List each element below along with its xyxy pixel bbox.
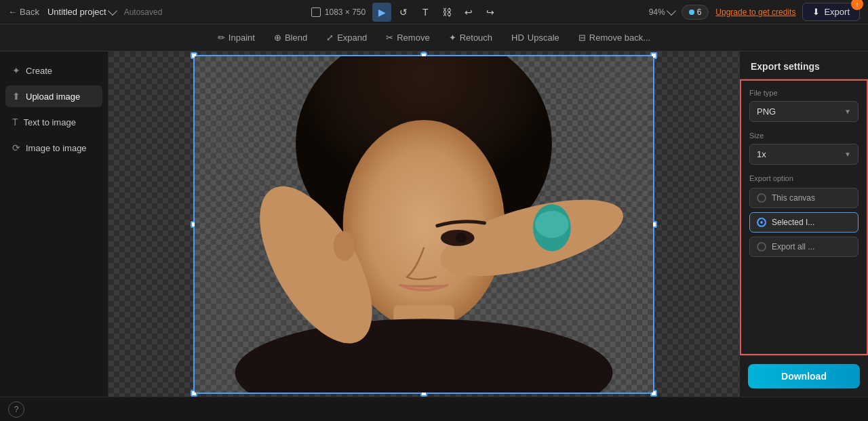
undo-button[interactable]: ↩ [459,3,478,22]
zoom-value: 94% [649,7,665,17]
export-all-option[interactable]: Export all ... [749,237,859,257]
project-name[interactable]: Untitled project [47,7,116,17]
export-arrow-indicator: ↑ [851,0,863,10]
topbar-tools: ▶ ↺ T ⛓ ↩ ↪ [372,3,500,22]
help-button[interactable]: ? [8,401,24,418]
sidebar-img2img-label: Image to image [26,143,87,153]
play-tool-button[interactable]: ▶ [372,3,391,22]
sidebar-item-upload-image[interactable]: ⬆ Upload image [5,85,102,107]
size-label: Size [749,132,859,140]
this-canvas-option[interactable]: This canvas [749,188,859,208]
toolbar: ✏ Inpaint ⊕ Blend ⤢ Expand ✂ Remove ✦ Re… [0,24,868,52]
topbar-left: ← Back Untitled project Autosaved [8,7,162,17]
selected-label: Selected I... [772,218,814,227]
file-type-label: File type [749,89,859,97]
blend-icon: ⊕ [274,33,281,43]
main-area: ✦ Create ⬆ Upload image T Text to image … [0,52,868,397]
sidebar-create[interactable]: ✦ Create [5,60,102,81]
file-type-chevron: ▼ [844,108,851,115]
svg-point-15 [334,230,355,260]
sidebar-create-label: Create [26,66,52,76]
image-icon: ⟳ [12,142,20,153]
svg-point-12 [535,211,569,238]
upgrade-button[interactable]: Upgrade to get credits [715,7,795,17]
export-option-label: Export option [749,174,859,182]
upscale-label: Upscale [528,33,559,43]
expand-tool[interactable]: ⤢ Expand [318,29,375,46]
export-settings-title: Export settings [751,61,820,72]
file-type-value: PNG [757,106,776,117]
export-settings-header: Export settings [740,52,868,79]
bottom-bar: ? [0,397,868,421]
credits-badge: 6 [682,5,709,20]
zoom-control[interactable]: 94% [649,7,675,17]
export-settings-panel: Export settings File type PNG ▼ Size 1x … [739,52,868,397]
removebg-tool[interactable]: ⊟ Remove back... [570,29,658,46]
credits-count: 6 [697,7,702,17]
file-type-field: File type PNG ▼ [749,89,859,122]
back-arrow-icon: ← [8,7,17,17]
selected-option[interactable]: Selected I... [749,212,859,233]
hd-icon: HD [511,33,524,43]
retouch-tool[interactable]: ✦ Retouch [441,29,500,46]
sidebar-item-text-to-image[interactable]: T Text to image [5,111,102,133]
topbar: ← Back Untitled project Autosaved 1083 ×… [0,0,868,24]
size-select[interactable]: 1x ▼ [749,144,859,165]
size-chevron: ▼ [844,151,851,158]
text-tool-button[interactable]: T [416,3,435,22]
svg-point-14 [456,232,467,243]
removebg-label: Remove back... [589,33,650,43]
topbar-right: 94% 6 Upgrade to get credits ↑ ⬇ Export [649,3,860,21]
inpaint-icon: ✏ [218,33,225,43]
blend-tool[interactable]: ⊕ Blend [266,29,315,46]
remove-icon: ✂ [386,33,393,43]
export-settings-body: File type PNG ▼ Size 1x ▼ Export option [740,79,868,355]
create-icon: ✦ [12,65,20,76]
redo-button[interactable]: ↪ [481,3,500,22]
retouch-icon: ✦ [449,33,456,43]
remove-tool[interactable]: ✂ Remove [378,29,437,46]
retouch-label: Retouch [460,33,492,43]
inpaint-label: Inpaint [229,33,255,43]
dimensions-text: 1083 × 750 [325,7,366,17]
export-label: Export [824,7,850,17]
size-field: Size 1x ▼ [749,132,859,165]
zoom-chevron-icon [667,6,676,16]
topbar-center: 1083 × 750 ▶ ↺ T ⛓ ↩ ↪ [311,3,500,22]
autosaved-label: Autosaved [124,7,163,17]
export-button[interactable]: ↑ ⬇ Export [802,3,860,21]
back-button[interactable]: ← Back [8,7,39,17]
export-option-buttons: This canvas Selected I... Export all ... [749,188,859,257]
selected-radio [757,218,766,227]
sidebar-text-label: Text to image [24,117,76,127]
file-type-select[interactable]: PNG ▼ [749,101,859,122]
text-icon: T [12,117,18,127]
help-icon: ? [14,405,19,414]
credits-dot-icon [689,9,694,15]
this-canvas-radio [757,193,766,203]
canvas-area[interactable]: ↻ [108,52,739,397]
chevron-down-icon [108,6,117,16]
upload-icon: ⬆ [12,91,20,102]
project-name-text: Untitled project [47,7,106,17]
expand-label: Expand [337,33,367,43]
upscale-tool[interactable]: HD Upscale [503,29,568,46]
export-all-radio [757,242,766,252]
dimensions-display: 1083 × 750 [311,7,366,17]
remove-label: Remove [397,33,429,43]
export-all-label: Export all ... [772,242,814,252]
link-tool-button[interactable]: ⛓ [437,3,456,22]
blend-label: Blend [285,33,307,43]
inpaint-tool[interactable]: ✏ Inpaint [210,29,263,46]
sidebar-item-image-to-image[interactable]: ⟳ Image to image [5,137,102,159]
canvas-image-container[interactable]: ↻ [193,55,654,394]
export-panel-footer: Download [740,355,868,397]
back-label: Back [20,7,39,17]
removebg-icon: ⊟ [578,33,586,43]
export-option-section: Export option This canvas Selected I... … [749,174,859,257]
this-canvas-label: This canvas [772,193,815,203]
download-button[interactable]: Download [748,364,860,388]
expand-icon: ⤢ [326,33,334,43]
refresh-tool-button[interactable]: ↺ [394,3,413,22]
sidebar-upload-label: Upload image [26,92,80,102]
